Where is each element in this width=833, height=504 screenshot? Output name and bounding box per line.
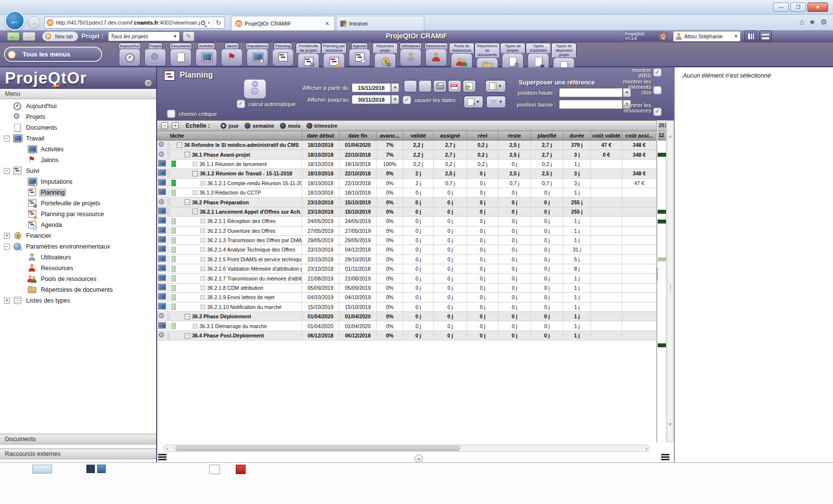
table-row-36-3[interactable]: −36.3 Phase Déploiement01/04/202001/04/2… (157, 312, 656, 321)
column-header-valid[interactable]: validé (403, 131, 433, 140)
leaf-box-icon[interactable] (200, 247, 205, 252)
collapse-icon[interactable]: − (185, 199, 190, 205)
minimize-button[interactable]: — (773, 2, 789, 12)
collapse-icon[interactable]: − (185, 333, 190, 338)
search-icon[interactable] (201, 21, 205, 25)
show-to-dropdown[interactable]: ▼ (391, 95, 399, 104)
show-from-dropdown[interactable]: ▼ (391, 83, 399, 92)
search-caret-icon[interactable]: ▾ (208, 21, 210, 25)
taskbar-app-icon[interactable] (209, 465, 220, 474)
address-bar[interactable]: Q http://l417501pdev17.dev.cramif.cnamts… (44, 17, 225, 28)
url-text[interactable]: http://l417501pdev17.dev.cramif.cnamts.f… (56, 20, 200, 26)
scroll-left-icon[interactable]: ‹ (164, 446, 170, 451)
browser-tab-projeqtor-cramif[interactable]: QProjeQtOr CRAMIF✕ (231, 16, 335, 30)
table-row-36-1[interactable]: −36.1 Phase Avant-projet18/10/201822/10/… (157, 150, 656, 159)
edit-project-button[interactable]: ✎ (183, 31, 194, 41)
validate-gantt-button[interactable]: ✓ (404, 80, 417, 92)
sidebar-item-planning-par-ressource[interactable]: Planning par ressource (0, 209, 156, 220)
column-header-t-che[interactable]: tâche (157, 131, 302, 140)
table-row-36-1-3[interactable]: 36.1.3 Rédaction du CCTP18/10/201818/10/… (157, 188, 656, 197)
show-resources-checkbox[interactable] (653, 108, 662, 116)
table-row-36-2-1-7[interactable]: 36.2.1.7 Transmission du mémoire d'attri… (157, 274, 656, 283)
drag-handle-icon[interactable] (167, 180, 170, 186)
sidebar-item-aujourd-hui[interactable]: Aujourd'hui (0, 101, 156, 112)
version-badge[interactable]: ProjeQtOrV7.1.5 Q (623, 31, 669, 42)
sidebar-item-agenda[interactable]: Agenda (0, 220, 156, 230)
browser-tab-intranet[interactable]: Intranet (336, 16, 424, 30)
drag-handle-icon[interactable] (167, 190, 170, 196)
app-forward-button[interactable]: → (23, 32, 35, 41)
scale-radio-mois[interactable] (280, 123, 286, 129)
table-row-36-2-1-4[interactable]: 36.2.1.4 Analyse Technique des Offres23/… (157, 245, 656, 254)
right-splitter-grip[interactable] (661, 454, 669, 461)
table-row-36-4[interactable]: −36.4 Phase Post-Déploiement06/12/201806… (157, 331, 656, 340)
show-wbs-checkbox[interactable] (653, 68, 662, 77)
collapse-icon[interactable]: − (193, 209, 198, 214)
critical-path-checkbox[interactable] (167, 110, 175, 118)
table-row-36-2-1-8[interactable]: 36.2.1.8 CDM attribution05/09/201905/09/… (157, 283, 656, 293)
main-menu-button[interactable] (759, 30, 772, 42)
column-header-assign[interactable]: assigné (433, 131, 467, 140)
user-select[interactable]: Attou Stéphanie ▼ (673, 31, 741, 42)
leaf-box-icon[interactable] (200, 228, 205, 233)
drag-handle-icon[interactable] (167, 227, 170, 234)
drag-handle-icon[interactable] (167, 170, 170, 177)
save-dates-checkbox[interactable] (403, 96, 411, 104)
recalculate-button[interactable] (244, 79, 266, 99)
calc-auto-checkbox[interactable] (237, 100, 245, 108)
column-header-date-fin[interactable]: date fin (339, 131, 376, 140)
favorites-star-icon[interactable]: ★ (809, 18, 815, 27)
drag-handle-icon[interactable] (167, 199, 170, 205)
leaf-box-icon[interactable] (200, 305, 205, 309)
table-row-36-2-1-3[interactable]: 36.2.1.3 Transmision des Offres par DIAM… (157, 236, 656, 245)
show-from-field[interactable]: 15/11/2018 (352, 83, 391, 92)
drag-handle-icon[interactable] (167, 313, 170, 320)
table-row-36-1-2-1[interactable]: 36.1.2.1 Compte-rendu Réunion 15-11-2018… (157, 179, 656, 188)
sidebar-item-listes-des-types[interactable]: +Listes des types (0, 295, 156, 306)
sidebar-section-documents[interactable]: Documents (0, 434, 156, 445)
leaf-box-icon[interactable] (200, 285, 205, 290)
position-low-select[interactable] (559, 100, 623, 109)
drag-handle-icon[interactable] (167, 256, 170, 262)
drag-handle-icon[interactable] (167, 294, 170, 301)
add-element-button[interactable]: +▼ (464, 96, 483, 108)
collapse-icon[interactable]: − (177, 142, 182, 148)
leaf-box-icon[interactable] (200, 276, 205, 281)
export-project-button[interactable]: P (463, 80, 476, 92)
leaf-box-icon[interactable] (193, 162, 197, 167)
print-button[interactable] (433, 80, 446, 92)
table-row-36-1-2[interactable]: −36.1.2 Réunion de Travail - 15-11-20181… (157, 169, 656, 178)
scrollbar-thumb[interactable] (175, 446, 460, 451)
collapse-icon[interactable]: − (185, 314, 190, 319)
vertical-scrollbar[interactable]: ▲ ▼ (667, 120, 673, 442)
drag-handle-icon[interactable] (167, 237, 170, 244)
all-menus-button[interactable]: Q Tous les menus (4, 47, 102, 62)
table-row-36-1-1[interactable]: 36.1.1 Réunion de lancement18/10/201818/… (157, 160, 656, 169)
browser-back-button[interactable]: ← (5, 11, 25, 30)
scale-radio-trimestre[interactable] (306, 123, 312, 129)
sidebar-item-planning[interactable]: Planning (0, 187, 156, 198)
table-row-36-3-1[interactable]: 36.3.1 Démarrage du marché01/04/202001/0… (157, 321, 656, 331)
table-row-36-2-1-9[interactable]: 36.2.1.9 Envoi lettres de rejet04/10/201… (157, 293, 656, 302)
browser-forward-button[interactable]: → (28, 16, 40, 29)
layout-columns-button[interactable] (745, 30, 757, 42)
drag-handle-icon[interactable] (167, 208, 170, 215)
collapse-icon[interactable]: − (4, 136, 10, 141)
taskbar-app-icon[interactable] (97, 465, 106, 473)
sidebar-gear-icon[interactable]: ⚙ (144, 79, 152, 87)
sidebar-item-activit-s[interactable]: Activités (0, 144, 156, 155)
table-row-36-2-1-10[interactable]: 36.2.1.10 Notification du marché15/10/20… (157, 303, 656, 312)
sidebar-item-documents[interactable]: Documents (0, 122, 156, 133)
collapse-icon[interactable]: − (185, 152, 190, 157)
tab-close-icon[interactable]: ✕ (324, 20, 331, 27)
zoom-in-button[interactable]: + (172, 122, 179, 129)
column-header-avanc[interactable]: avanc... (376, 131, 403, 140)
sidebar-item-imputations[interactable]: Imputations (0, 176, 156, 187)
sidebar-item-suivi[interactable]: −Suivi (0, 166, 156, 176)
show-closed-checkbox[interactable] (653, 86, 662, 94)
sidebar-item-ressources[interactable]: Ressources (0, 263, 156, 274)
collapse-panel-button[interactable]: ▲ (415, 454, 423, 463)
leaf-box-icon[interactable] (200, 181, 205, 186)
drag-handle-icon[interactable] (167, 285, 170, 291)
column-header-co-t-assi[interactable]: coût assi... (622, 131, 656, 140)
